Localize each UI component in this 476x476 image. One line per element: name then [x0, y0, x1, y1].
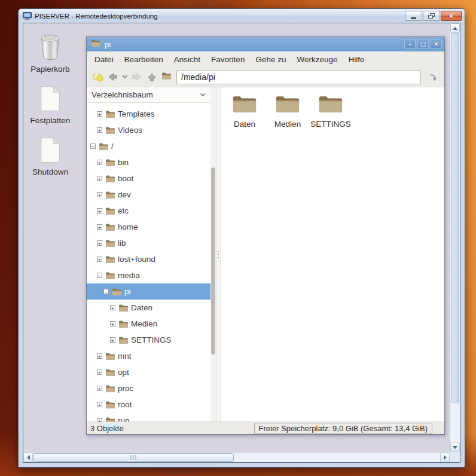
file-item[interactable]: Daten	[225, 94, 264, 129]
desktop-icon[interactable]: Festplatten	[30, 86, 71, 125]
pane-splitter[interactable]	[216, 87, 221, 422]
scroll-left-button[interactable]	[23, 453, 33, 462]
tree-expander-icon[interactable]: +	[97, 402, 102, 407]
tree-expander-icon[interactable]: −	[103, 289, 109, 294]
tree-expander-icon[interactable]: +	[97, 111, 102, 117]
document-icon	[39, 86, 61, 112]
tree-expander-icon[interactable]: +	[110, 321, 115, 327]
tree-item-label: proc	[118, 384, 133, 393]
rdp-window-title: PISERVER - Remotedesktopverbindung	[35, 13, 404, 20]
tree-row[interactable]: + lost+found	[87, 251, 210, 267]
tree-row[interactable]: + mnt	[87, 348, 210, 364]
tree-scrollbar[interactable]	[210, 87, 216, 422]
rdp-restore-button[interactable]	[423, 11, 440, 21]
desktop-icon-list: Papierkorb Festplatten Shutdown	[26, 33, 75, 176]
desktop-icon[interactable]: Shutdown	[32, 137, 68, 176]
menu-item[interactable]: Hilfe	[343, 55, 370, 64]
fm-titlebar-folder-icon	[91, 39, 101, 50]
tree-row[interactable]: − media	[87, 267, 210, 283]
fm-titlebar[interactable]: pi – □ ×	[87, 37, 444, 51]
up-button[interactable]	[144, 70, 159, 84]
tree-expander-icon[interactable]: +	[97, 257, 102, 262]
restore-icon	[428, 13, 435, 19]
home-button[interactable]	[159, 70, 174, 84]
tree-row[interactable]: + boot	[87, 170, 210, 187]
forward-button[interactable]	[129, 70, 144, 84]
arrow-right-icon	[444, 455, 447, 460]
menu-item[interactable]: Ansicht	[169, 55, 206, 64]
rdp-minimize-button[interactable]	[405, 11, 422, 21]
go-button[interactable]	[426, 70, 441, 84]
tree-row[interactable]: + SETTINGS	[87, 332, 210, 348]
fm-close-button[interactable]: ×	[431, 39, 442, 49]
folder-icon	[99, 142, 109, 151]
tree-expander-icon[interactable]: +	[97, 240, 102, 246]
fm-maximize-button[interactable]: □	[417, 39, 429, 49]
vertical-scrollbar-thumb[interactable]	[451, 33, 459, 402]
tree-item-label: mnt	[118, 352, 132, 361]
tree-expander-icon[interactable]: +	[97, 353, 102, 359]
folder-icon	[105, 207, 115, 215]
scroll-up-button[interactable]	[450, 23, 460, 33]
tree-row[interactable]: + etc	[87, 203, 210, 219]
tree-row[interactable]: + Daten	[87, 300, 210, 316]
tree-expander-icon[interactable]: +	[97, 370, 102, 375]
chevron-down-icon	[200, 93, 206, 97]
folder-icon	[105, 368, 115, 377]
tree-expander-icon[interactable]: +	[97, 127, 102, 133]
tree-row[interactable]: + root	[87, 396, 210, 413]
menu-item[interactable]: Bearbeiten	[119, 55, 169, 64]
tree-row[interactable]: + Templates	[87, 106, 210, 122]
tree-row[interactable]: + proc	[87, 380, 210, 396]
tree-expander-icon[interactable]: +	[110, 337, 115, 343]
rdp-client-area: Papierkorb Festplatten Shutdown pi – □	[23, 23, 460, 463]
horizontal-scrollbar-thumb[interactable]	[33, 453, 234, 462]
back-button[interactable]	[105, 70, 120, 84]
desktop-icon-label: Festplatten	[30, 116, 71, 125]
sidebar-header[interactable]: Verzeichnisbaum	[87, 87, 210, 103]
path-input[interactable]	[176, 70, 421, 84]
menu-item[interactable]: Favoriten	[206, 55, 250, 64]
rdp-close-button[interactable]: ×	[441, 11, 462, 21]
tree-item-label: /	[111, 142, 114, 151]
folder-icon	[105, 175, 115, 183]
scroll-right-button[interactable]	[440, 453, 450, 462]
new-window-button[interactable]	[90, 70, 105, 84]
tree-row[interactable]: + Videos	[87, 122, 210, 138]
file-item[interactable]: SETTINGS	[312, 94, 350, 129]
tree-expander-icon[interactable]: +	[97, 386, 102, 391]
tree-expander-icon[interactable]: +	[97, 224, 102, 230]
folder-icon	[105, 223, 115, 231]
tree-row[interactable]: + opt	[87, 364, 210, 380]
tree-row[interactable]: − pi	[87, 283, 210, 300]
fm-minimize-button[interactable]: –	[404, 39, 416, 49]
tree-expander-icon[interactable]: −	[90, 144, 96, 149]
tree-expander-icon[interactable]: +	[97, 160, 102, 165]
folder-icon	[105, 191, 115, 199]
menu-item[interactable]: Werkzeuge	[291, 55, 343, 64]
rdp-horizontal-scrollbar[interactable]	[23, 452, 450, 462]
menu-item[interactable]: Gehe zu	[250, 55, 291, 64]
rdp-vertical-scrollbar[interactable]	[450, 23, 460, 452]
tree-row[interactable]: + dev	[87, 187, 210, 203]
tree-row[interactable]: + lib	[87, 235, 210, 251]
tree-expander-icon[interactable]: +	[97, 176, 102, 181]
sidebar-mode-dropdown[interactable]	[200, 93, 206, 97]
tree-row[interactable]: + run	[87, 413, 210, 422]
back-history-dropdown[interactable]	[120, 70, 129, 84]
tree-expander-icon[interactable]: −	[97, 273, 102, 278]
menu-item[interactable]: Datei	[89, 55, 119, 64]
tree-row[interactable]: + home	[87, 219, 210, 235]
tree-row[interactable]: + bin	[87, 154, 210, 170]
tree-item-label: lost+found	[118, 255, 155, 264]
tree-expander-icon[interactable]: +	[97, 192, 102, 197]
tree-expander-icon[interactable]: +	[97, 208, 102, 213]
tree-row[interactable]: − /	[87, 138, 210, 154]
desktop-icon[interactable]: Papierkorb	[30, 33, 69, 74]
rdp-titlebar[interactable]: PISERVER - Remotedesktopverbindung ×	[19, 9, 465, 23]
tree-scrollbar-thumb[interactable]	[211, 167, 215, 355]
scroll-down-button[interactable]	[450, 443, 460, 452]
tree-row[interactable]: + Medien	[87, 316, 210, 332]
file-item[interactable]: Medien	[268, 94, 307, 129]
tree-expander-icon[interactable]: +	[110, 305, 115, 310]
